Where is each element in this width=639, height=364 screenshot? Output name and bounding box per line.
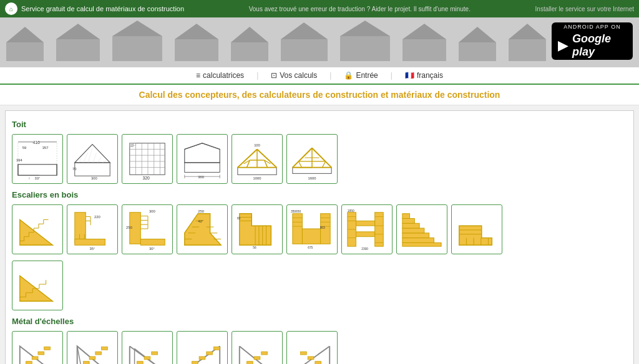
nav-vos-calculs[interactable]: ⊡ Vos calculs (271, 71, 317, 80)
svg-text:863: 863 (320, 226, 325, 229)
esc-item-8[interactable] (396, 204, 447, 254)
esc-item-5[interactable]: 83 56 (232, 204, 283, 254)
svg-line-211 (295, 346, 329, 364)
site-title: Service gratuit de calcul de matériaux d… (21, 5, 184, 12)
svg-line-40 (202, 143, 220, 150)
right-links[interactable]: Installer le service sur votre Internet (535, 6, 634, 12)
esc-svg-3: 30° 300 250 (125, 207, 170, 252)
nav-francais[interactable]: 🇫🇷 français (405, 71, 443, 80)
toit-item-5[interactable]: 100 1000 (232, 134, 283, 184)
esc-item-1[interactable] (12, 204, 63, 254)
toit-item-2[interactable]: 70 300 (67, 134, 118, 184)
nav-calculatrices-label: calculatrices (203, 71, 244, 80)
svg-text:357: 357 (42, 146, 49, 150)
esc-svg-9 (454, 207, 499, 252)
esc-item-10[interactable] (12, 261, 63, 310)
svg-rect-217 (301, 352, 307, 355)
middle-links: Vous avez trouvé une erreur de traductio… (184, 6, 535, 12)
met-item-5[interactable] (232, 331, 283, 364)
svg-text:56: 56 (253, 246, 256, 249)
svg-rect-209 (254, 357, 260, 360)
svg-rect-174 (26, 362, 32, 364)
met-item-3[interactable] (122, 331, 173, 364)
svg-rect-183 (95, 352, 102, 355)
toit-item-6[interactable]: 1600 (286, 134, 338, 184)
svg-line-47 (257, 149, 276, 167)
nav-calculatrices-icon: ≡ (196, 71, 200, 80)
svg-rect-193 (137, 362, 143, 364)
svg-rect-93 (140, 239, 165, 246)
subtitle-text: Calcul des concepteurs, des calculateurs… (139, 90, 500, 100)
met-svg-5 (235, 333, 280, 364)
esc-item-6[interactable]: 350650 675 863 (286, 204, 338, 254)
toit-svg-3: 320 (125, 136, 170, 181)
esc-item-9[interactable] (451, 204, 502, 254)
svg-rect-152 (402, 228, 424, 233)
svg-line-66 (299, 148, 312, 161)
esc-item-3[interactable]: 30° 300 250 (122, 204, 173, 254)
esc-svg-8 (399, 207, 444, 252)
toit-item-4[interactable]: 360 (177, 134, 228, 184)
met-item-2[interactable] (67, 331, 118, 364)
met-item-4[interactable] (177, 331, 228, 364)
svg-text:250: 250 (126, 226, 132, 229)
subtitle-bar: Calcul des concepteurs, des calculateurs… (0, 85, 639, 105)
met-item-6[interactable] (286, 331, 338, 364)
met-item-1[interactable] (12, 331, 63, 364)
esc-svg-1 (15, 207, 60, 252)
nav-sep-3: | (391, 71, 393, 80)
section-escaliers: Escaliers en bois (12, 190, 627, 310)
error-text[interactable]: Vous avez trouvé une erreur de traductio… (249, 6, 471, 12)
svg-rect-154 (402, 218, 414, 223)
nav-entree-label: Entrée (356, 71, 378, 80)
svg-line-67 (312, 148, 325, 161)
home-icon: ⌂ (5, 2, 17, 15)
svg-rect-202 (192, 362, 198, 364)
esc-svg-5: 83 56 (235, 207, 280, 252)
svg-text:360: 360 (198, 175, 204, 179)
esc-svg-2: 35° 220 (70, 207, 115, 252)
esc-item-2[interactable]: 35° 220 (67, 204, 118, 254)
svg-rect-181 (83, 362, 89, 364)
nav-entree[interactable]: 🔒 Entrée (344, 71, 378, 80)
svg-marker-38 (185, 143, 220, 163)
svg-text:83: 83 (237, 217, 241, 220)
svg-text:320: 320 (142, 176, 150, 180)
esc-item-7[interactable]: 1850 2300 (341, 204, 393, 254)
svg-text:220: 220 (94, 215, 100, 219)
svg-rect-87 (75, 239, 105, 246)
svg-text:675: 675 (308, 246, 313, 249)
svg-text:250: 250 (198, 209, 204, 213)
nav-calculatrices[interactable]: ≡ calculatrices (196, 71, 244, 80)
esc-item-4[interactable]: 42° 250 (177, 204, 228, 254)
toit-grid: 416 59 357 394 33° ↑ (12, 134, 627, 184)
svg-line-46 (238, 149, 257, 167)
svg-text:33°: 33° (35, 176, 41, 180)
toit-item-3[interactable]: 320 (122, 134, 173, 184)
svg-rect-199 (213, 347, 220, 350)
svg-rect-24 (130, 143, 165, 175)
svg-rect-35 (134, 143, 136, 146)
svg-rect-184 (102, 347, 108, 350)
nav-sep-2: | (329, 71, 331, 80)
toit-item-1[interactable]: 416 59 357 394 33° ↑ (12, 134, 63, 184)
svg-text:300: 300 (91, 176, 97, 180)
svg-text:100: 100 (254, 143, 260, 147)
section-toit: Toit 416 59 357 394 (12, 120, 627, 184)
play-icon: ▶ (558, 37, 568, 54)
svg-text:1850: 1850 (348, 209, 354, 213)
svg-rect-155 (402, 214, 410, 219)
svg-marker-104 (185, 214, 221, 246)
svg-text:2300: 2300 (361, 247, 368, 251)
svg-rect-182 (89, 357, 95, 360)
svg-rect-82 (75, 213, 86, 243)
esc-svg-10 (15, 263, 60, 308)
section-toit-title: Toit (12, 120, 627, 129)
section-metal-title: Métal d'échelles (12, 317, 627, 326)
android-badge[interactable]: ANDROid APP ON ▶ Google play (552, 22, 633, 60)
banner: ANDROid APP ON ▶ Google play (0, 17, 639, 67)
svg-text:1000: 1000 (253, 176, 262, 180)
svg-rect-201 (199, 357, 205, 360)
toit-svg-6: 1600 (290, 136, 334, 181)
svg-text:↑: ↑ (28, 176, 30, 180)
